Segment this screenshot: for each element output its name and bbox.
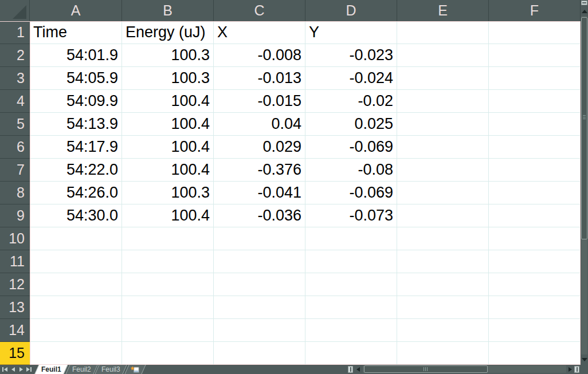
column-header-A[interactable]: A: [30, 0, 122, 21]
cell-B14[interactable]: [122, 319, 214, 342]
cell-A8[interactable]: 54:26.0: [30, 182, 122, 204]
cell-A15[interactable]: [30, 342, 122, 365]
cell-C11[interactable]: [214, 250, 305, 273]
cell-A13[interactable]: [30, 296, 122, 319]
cell-C4[interactable]: -0.015: [214, 90, 305, 113]
cell-A11[interactable]: [30, 250, 122, 273]
row-header-4[interactable]: 4: [0, 90, 30, 113]
cell-C6[interactable]: 0.029: [214, 136, 305, 159]
cell-B3[interactable]: 100.3: [122, 67, 214, 90]
row-header-10[interactable]: 10: [0, 227, 30, 250]
first-sheet-button[interactable]: [2, 366, 8, 373]
cell-E14[interactable]: [397, 319, 489, 342]
cell-D4[interactable]: -0.02: [305, 90, 397, 113]
cell-F8[interactable]: [489, 182, 581, 204]
row-header-9[interactable]: 9: [0, 204, 30, 227]
previous-sheet-button[interactable]: [10, 366, 16, 373]
cell-D13[interactable]: [305, 296, 397, 319]
cell-E10[interactable]: [397, 227, 489, 250]
cell-F1[interactable]: [489, 21, 581, 44]
horizontal-split-handle[interactable]: [574, 366, 579, 373]
sheet-tab-feuil1[interactable]: Feuil1: [34, 365, 68, 374]
cell-B2[interactable]: 100.3: [122, 44, 214, 67]
insert-worksheet-button[interactable]: [125, 365, 146, 374]
cell-F9[interactable]: [489, 204, 581, 227]
cell-B10[interactable]: [122, 227, 214, 250]
row-header-13[interactable]: 13: [0, 296, 30, 319]
cell-D6[interactable]: -0.069: [305, 136, 397, 159]
horizontal-scroll-track[interactable]: [363, 365, 566, 373]
cell-C12[interactable]: [214, 273, 305, 296]
cell-E7[interactable]: [397, 159, 489, 182]
cell-B1[interactable]: Energy (uJ): [122, 21, 214, 44]
cell-D12[interactable]: [305, 273, 397, 296]
row-header-3[interactable]: 3: [0, 67, 30, 90]
cell-D7[interactable]: -0.08: [305, 159, 397, 182]
cell-D14[interactable]: [305, 319, 397, 342]
cell-B7[interactable]: 100.4: [122, 159, 214, 182]
tab-scrollbar-split-handle[interactable]: [348, 366, 353, 373]
cell-E2[interactable]: [397, 44, 489, 67]
cell-F13[interactable]: [489, 296, 581, 319]
row-header-15[interactable]: 15: [0, 342, 30, 365]
cell-B15[interactable]: [122, 342, 214, 365]
cell-A7[interactable]: 54:22.0: [30, 159, 122, 182]
cell-E8[interactable]: [397, 182, 489, 204]
cell-C5[interactable]: 0.04: [214, 113, 305, 136]
cell-E12[interactable]: [397, 273, 489, 296]
cell-C9[interactable]: -0.036: [214, 204, 305, 227]
column-header-B[interactable]: B: [122, 0, 214, 21]
cell-F6[interactable]: [489, 136, 581, 159]
cell-F5[interactable]: [489, 113, 581, 136]
cell-E15[interactable]: [397, 342, 489, 365]
row-header-8[interactable]: 8: [0, 182, 30, 204]
row-header-6[interactable]: 6: [0, 136, 30, 159]
horizontal-scroll-thumb[interactable]: [364, 365, 488, 373]
cell-F10[interactable]: [489, 227, 581, 250]
cell-A9[interactable]: 54:30.0: [30, 204, 122, 227]
row-header-1[interactable]: 1: [0, 21, 30, 44]
cell-F7[interactable]: [489, 159, 581, 182]
vertical-split-handle[interactable]: [581, 1, 587, 5]
cell-C1[interactable]: X: [214, 21, 305, 44]
cell-C3[interactable]: -0.013: [214, 67, 305, 90]
sheet-tab-feuil3[interactable]: Feuil3: [95, 365, 127, 374]
scroll-right-button[interactable]: [567, 366, 574, 373]
select-all-corner[interactable]: [0, 0, 30, 21]
cell-A6[interactable]: 54:17.9: [30, 136, 122, 159]
vertical-scroll-thumb[interactable]: [581, 17, 587, 239]
column-header-D[interactable]: D: [305, 0, 397, 21]
row-header-7[interactable]: 7: [0, 159, 30, 182]
cell-F4[interactable]: [489, 90, 581, 113]
cell-D11[interactable]: [305, 250, 397, 273]
cell-F14[interactable]: [489, 319, 581, 342]
cell-A5[interactable]: 54:13.9: [30, 113, 122, 136]
row-header-11[interactable]: 11: [0, 250, 30, 273]
scroll-down-button[interactable]: [581, 355, 588, 364]
row-header-2[interactable]: 2: [0, 44, 30, 67]
cell-B9[interactable]: 100.4: [122, 204, 214, 227]
cell-E9[interactable]: [397, 204, 489, 227]
last-sheet-button[interactable]: [26, 366, 32, 373]
cell-B12[interactable]: [122, 273, 214, 296]
column-header-C[interactable]: C: [214, 0, 305, 21]
cell-C14[interactable]: [214, 319, 305, 342]
cell-D15[interactable]: [305, 342, 397, 365]
scroll-left-button[interactable]: [355, 366, 362, 373]
scroll-up-button[interactable]: [581, 7, 588, 15]
cell-E6[interactable]: [397, 136, 489, 159]
cell-E3[interactable]: [397, 67, 489, 90]
row-header-14[interactable]: 14: [0, 319, 30, 342]
column-header-E[interactable]: E: [397, 0, 489, 21]
cell-F11[interactable]: [489, 250, 581, 273]
next-sheet-button[interactable]: [18, 366, 24, 373]
cell-B4[interactable]: 100.4: [122, 90, 214, 113]
cell-A1[interactable]: Time: [30, 21, 122, 44]
cell-C13[interactable]: [214, 296, 305, 319]
cell-E11[interactable]: [397, 250, 489, 273]
vertical-scroll-track[interactable]: [581, 16, 587, 355]
cell-D2[interactable]: -0.023: [305, 44, 397, 67]
cell-A4[interactable]: 54:09.9: [30, 90, 122, 113]
cell-F12[interactable]: [489, 273, 581, 296]
cell-C7[interactable]: -0.376: [214, 159, 305, 182]
